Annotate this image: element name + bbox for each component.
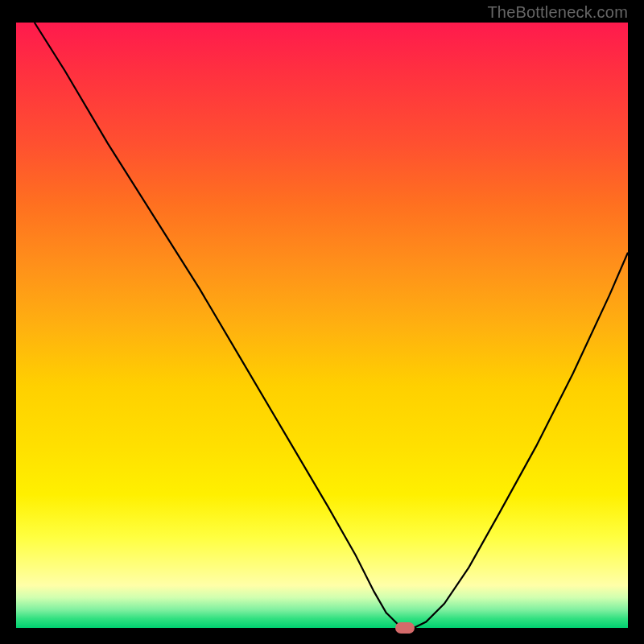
watermark-text: TheBottleneck.com [487, 3, 628, 22]
optimal-marker [395, 622, 415, 634]
bottleneck-curve [16, 23, 628, 628]
chart-container: TheBottleneck.com [0, 0, 644, 644]
